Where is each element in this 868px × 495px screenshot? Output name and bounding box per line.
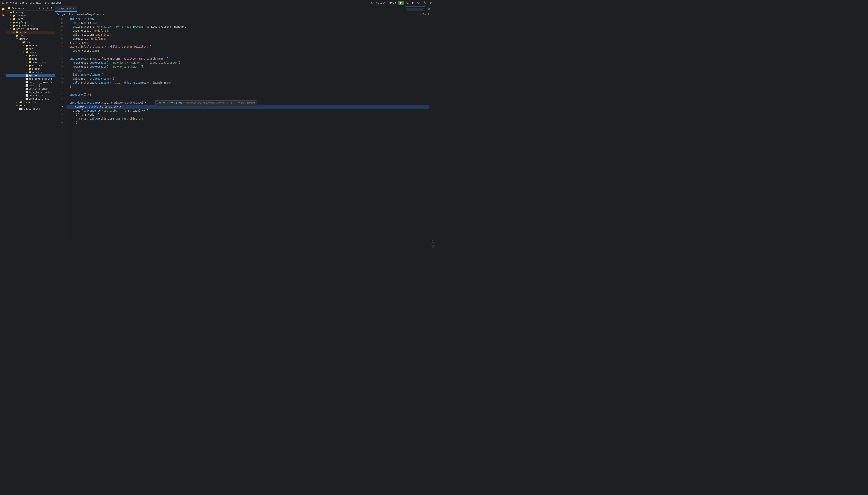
tree-item-entry[interactable]: ▼ 📁 entry [default] [6,27,55,31]
tree-label: ets [26,41,30,44]
tree-item-root[interactable]: ▼ 📁 harmony-et: [6,11,55,14]
tree-item-components[interactable]: ▶ 📁 components [6,61,55,64]
code-line: callFn(this.app?.onLaunch, this, ObjectA… [67,81,429,85]
tree-item-hvigor[interactable]: ▶ 📁 .hvigor [6,14,55,17]
tree-item-global[interactable]: ▶ 📁 global [6,67,55,70]
tree-item-vendors[interactable]: ⬜ vendors.js [6,94,55,97]
tree-item-idea[interactable]: ▶ 📁 .idea [6,17,55,21]
project-settings-btn[interactable]: ⚙ [38,7,42,10]
tree-item-webview[interactable]: ▶ 📁 webview [6,70,55,74]
tree-label: global [32,67,40,70]
tree-item-taro-tabbar[interactable]: ⬜ taro_tabbar.ets [6,90,55,94]
json-file-icon: ⬜ [19,107,22,110]
tree-item-pages[interactable]: ▼ 📁 pages [6,51,55,54]
tree-label: taro [22,104,29,107]
folder-icon: 📁 [29,54,31,57]
tree-label: dependencies [16,24,34,27]
tree-item-common-map[interactable]: ⬜ common.js.map [6,87,55,90]
tab-app-ets[interactable]: TS app.ets × [55,6,77,12]
bc-main[interactable]: main [36,1,43,4]
tree-item-explore[interactable]: ▶ 📁 explore [6,64,55,67]
tree-label: pages [29,51,36,54]
run-config-btn[interactable]: MXG ▾ [388,1,397,4]
project-panel-header: 📁 Project ▾ ⚙ ≡ ⊞ ⚙ [6,6,55,11]
tree-arrow: ▼ [23,51,25,53]
tree-item-common[interactable]: ⬜ common.js [6,84,55,87]
global-settings-btn[interactable]: ⚙ [429,1,433,4]
tree-item-ets[interactable]: ▼ 📁 ets [6,40,55,44]
tree-label: app.ets [29,74,39,77]
tree-label: resources [22,101,36,104]
bc-file[interactable]: app.ets [51,1,62,4]
breadcrumb: harmony-ets › entry › src › main › ets ›… [1,1,62,4]
warn-icon: ⚠ 1 [420,13,424,16]
tree-label: app_taro_comp.js [29,78,52,80]
breadcrumb-method[interactable]: onWindowStageCreate() [76,13,104,16]
bc-harmony[interactable]: harmony-ets [1,1,18,4]
folder-icon: 📁 [16,31,19,34]
code-editor[interactable]: 14 15 16 17 18 19 20 21 22 23 24 25 26 2… [55,17,431,248]
bc-src[interactable]: src [30,1,34,4]
tree-label: entry [default] [16,28,38,30]
coverage-btn[interactable]: ▶ [411,1,415,4]
tree-item-resources[interactable]: ▶ 📁 resources [6,101,55,104]
folder-icon: 📁 [13,28,16,30]
tree-item-app-ets[interactable]: ⬜ app.ets [6,74,55,77]
breadcrumb-class[interactable]: EntryAbility [57,13,73,16]
js-file-icon: ⬜ [25,84,28,87]
project-sort-btn[interactable]: ≡ [42,7,45,10]
sidebar-icons: 📁 🔖 ≡ [0,6,6,248]
notifications-label[interactable]: Notifications [432,240,434,248]
ts-file-icon: ⬜ [25,91,28,93]
tree-item-module[interactable]: ⬜ module.json5 [6,107,55,110]
tree-item-app-taro-map[interactable]: ⬜ app_taro_comp.js.map [6,81,55,84]
tree-item-taro[interactable]: ▶ 📁 taro [6,104,55,107]
split-editor-btn[interactable]: ⊞ [427,6,431,12]
tree-item-deps[interactable]: ▶ 📁 dependencies [6,24,55,27]
folder-icon: 📁 [19,101,22,103]
project-gear-btn[interactable]: ⚙ [50,7,53,10]
code-line: initHarmonyElement() [67,73,429,77]
tree-arrow: ▶ [10,18,13,20]
map-file-icon: ⬜ [25,81,28,83]
project-dropdown[interactable]: ▾ [23,7,24,10]
settings-btn[interactable]: ⚙ [370,1,374,4]
debug-run-btn[interactable]: 🐛 [405,1,410,4]
bc-ets[interactable]: ets [45,1,49,4]
tree-arrow: ▶ [16,101,19,103]
tree-item-build[interactable]: ▶ 📁 build [6,31,55,34]
project-icon[interactable]: 📁 [0,7,6,12]
config-btn[interactable]: default ▾ [375,1,386,4]
tree-item-apis[interactable]: ▶ 📁 apis [6,57,55,61]
tree-item-npm[interactable]: ▶ 📁 npm [6,47,55,51]
run-config-label: MXG [389,1,394,4]
tree-label: src [19,34,24,37]
search-btn[interactable]: 🔍 [422,1,427,4]
tree-item-app-taro[interactable]: ⬜ app_taro_comp.js [6,77,55,81]
git-commit-btn[interactable]: Git [416,1,421,4]
code-line: // 引入 [67,69,429,73]
tree-item-main[interactable]: ▼ 📁 main [6,37,55,40]
code-content: initXYTransform( designWidth: 750, devic… [65,17,431,248]
folder-icon: 📁 [16,34,19,37]
tree-arrow: ▶ [26,54,28,56]
tree-item-appscope[interactable]: ▶ 📁 AppScope [6,21,55,24]
bc-entry[interactable]: entry [20,1,27,4]
top-bar-right: ⚙ default ▾ MXG ▾ ▶ 🐛 ▶ Git 🔍 ⚙ [370,1,433,5]
bookmarks-icon[interactable]: 🔖 [0,13,6,18]
tree-item-about[interactable]: ▶ 📁 about [6,54,55,57]
code-line: AppStorage.setOrCreate('__TARO_PAGE_STAC… [67,65,429,69]
tree-item-src[interactable]: ▼ 📁 src [6,34,55,37]
tree-item-assets[interactable]: ▶ 📁 assets [6,44,55,47]
folder-icon: 📁 [13,24,16,27]
folder-icon: 📁 [29,61,31,64]
run-button[interactable]: ▶ [399,1,404,5]
tab-close-icon[interactable]: × [73,7,74,10]
js-file-icon: ⬜ [25,94,28,97]
tree-item-vendors-map[interactable]: ⬜ vendors.js.map [6,97,55,101]
project-panel: 📁 Project ▾ ⚙ ≡ ⊞ ⚙ ▼ 📁 harmony-et: [6,6,55,248]
folder-icon: 📁 [13,18,16,20]
tree-label: webview [32,71,42,74]
code-line: designWidth: 750, [67,21,429,25]
project-expand-btn[interactable]: ⊞ [46,7,49,10]
